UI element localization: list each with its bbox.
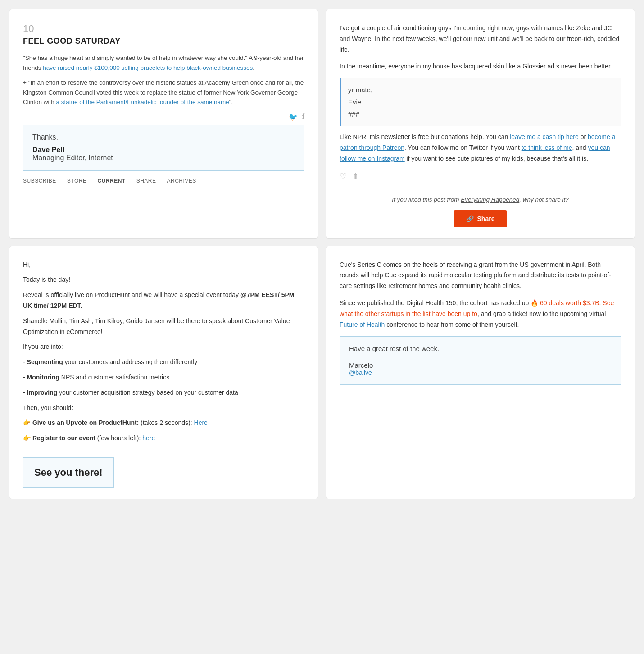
- card-reveal-producthunt: Hi, Today is the day! Reveal is official…: [9, 246, 318, 499]
- today-para: Today is the day!: [23, 275, 304, 285]
- quote-line-1: yr mate,: [348, 84, 614, 96]
- issue-number: 10: [23, 23, 304, 35]
- divider: [340, 189, 621, 189]
- twitter-less-link[interactable]: to think less of me: [522, 144, 572, 151]
- speakers-para: Shanelle Mullin, Tim Ash, Tim Kilroy, Gu…: [23, 316, 304, 338]
- facebook-icon[interactable]: f: [302, 113, 304, 121]
- quote-line-2: Evie: [348, 96, 614, 108]
- share-link[interactable]: SHARE: [136, 178, 156, 184]
- everything-happened-link[interactable]: Everything Happened: [461, 196, 519, 203]
- see-you-text: See you there!: [34, 467, 103, 478]
- content-paragraph-2: + "In an effort to resolve the controver…: [23, 78, 304, 107]
- share-btn-container: 🔗 Share: [340, 210, 621, 227]
- cue-para-1: Cue's Series C comes on the heels of rec…: [340, 260, 621, 292]
- current-link[interactable]: CURRENT: [97, 178, 125, 184]
- quote-line-3: ###: [348, 108, 614, 120]
- cue-para-2: Since we published the Digital Health 15…: [340, 298, 621, 330]
- signature-box: Thanks, Dave Pell Managing Editor, Inter…: [23, 125, 304, 171]
- share-prompt: If you liked this post from Everything H…: [340, 196, 621, 203]
- if-into-para: If you are into:: [23, 342, 304, 352]
- closing-handle: @ballve: [349, 369, 612, 376]
- future-of-health-link[interactable]: Future of Health: [340, 321, 385, 328]
- upvote-link[interactable]: Here: [194, 419, 208, 426]
- cash-tip-link[interactable]: leave me a cash tip here: [510, 133, 579, 140]
- thanks-text: Thanks,: [32, 133, 295, 141]
- archives-link[interactable]: ARCHIVES: [167, 178, 196, 184]
- share-upload-icon[interactable]: ⬆: [352, 171, 359, 181]
- register-link[interactable]: here: [142, 434, 155, 442]
- heart-icon[interactable]: ♡: [340, 171, 347, 181]
- social-icons-row: 🐦 f: [23, 113, 304, 121]
- card-feel-good-saturday: 10 FEEL GOOD SATURDAY "She has a huge he…: [9, 9, 318, 239]
- evie-para-3: Like NPR, this newsletter is free but do…: [340, 132, 621, 164]
- closing-text: Have a great rest of the week.: [349, 345, 612, 352]
- bullet-3: - Improving your customer acquisition st…: [23, 388, 304, 398]
- share-btn-icon: 🔗: [466, 215, 474, 222]
- action-row: ♡ ⬆: [340, 171, 621, 181]
- statue-link[interactable]: a statue of the Parliament/Funkadelic fo…: [56, 99, 229, 105]
- author-name: Dave Pell: [32, 146, 295, 154]
- bracelets-link[interactable]: have raised nearly $100,000 selling brac…: [43, 64, 253, 71]
- share-button[interactable]: 🔗 Share: [454, 210, 508, 227]
- evie-para-2: In the meantime, everyone in my house ha…: [340, 61, 621, 72]
- evie-para-1: I've got a couple of air conditioning gu…: [340, 23, 621, 55]
- twitter-icon[interactable]: 🐦: [289, 113, 298, 121]
- cta-2: 👉 Register to our event (few hours left)…: [23, 433, 304, 444]
- closing-name: Marcelo: [349, 361, 612, 369]
- nav-links: SUBSCRIBE STORE CURRENT SHARE ARCHIVES: [23, 178, 304, 184]
- author-title: Managing Editor, Internet: [32, 154, 295, 162]
- reveal-para: Reveal is officially live on ProductHunt…: [23, 290, 304, 311]
- see-you-box: See you there!: [23, 457, 114, 488]
- newsletter-title: FEEL GOOD SATURDAY: [23, 36, 304, 46]
- closing-box: Have a great rest of the week. Marcelo @…: [340, 336, 621, 385]
- evie-quote-box: yr mate, Evie ###: [340, 78, 621, 126]
- store-link[interactable]: STORE: [67, 178, 87, 184]
- card-cue-digital-health: Cue's Series C comes on the heels of rec…: [326, 246, 635, 499]
- cta-1: 👉 Give us an Upvote on ProductHunt: (tak…: [23, 418, 304, 428]
- subscribe-link[interactable]: SUBSCRIBE: [23, 178, 56, 184]
- greeting: Hi,: [23, 260, 304, 271]
- card-evie-newsletter: I've got a couple of air conditioning gu…: [326, 9, 635, 239]
- bullet-2: - Monitoring NPS and customer satisfacti…: [23, 372, 304, 383]
- content-paragraph-1: "She has a huge heart and simply wanted …: [23, 53, 304, 72]
- then-text: Then, you should:: [23, 403, 304, 414]
- bullet-1: - Segmenting your customers and addressi…: [23, 357, 304, 368]
